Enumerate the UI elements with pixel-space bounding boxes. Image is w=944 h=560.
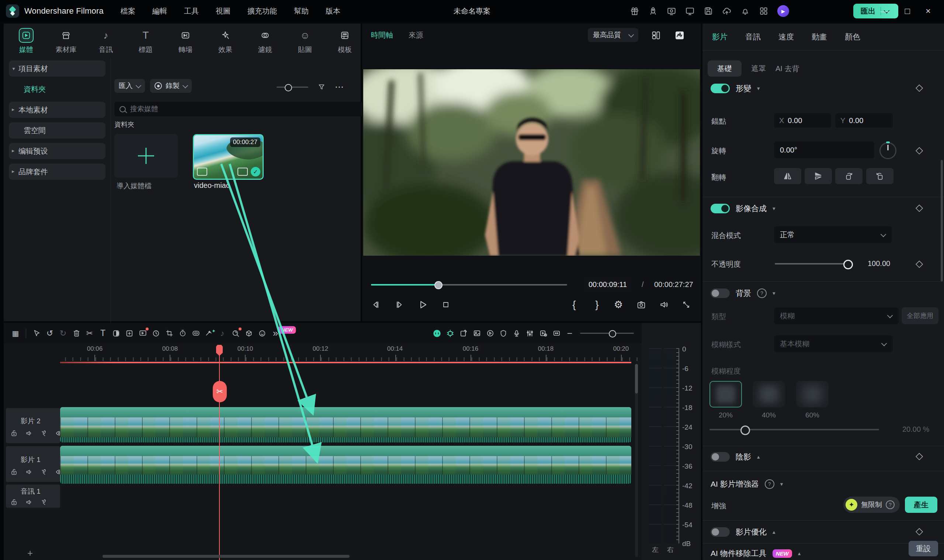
add-text-icon[interactable]: T — [96, 327, 110, 340]
playback-settings-button[interactable]: ⚙ — [613, 299, 624, 310]
undo-icon[interactable]: ↺ — [43, 327, 56, 340]
tab-templates[interactable]: 模板 — [331, 28, 358, 57]
compositing-keyframe-icon[interactable]: ◇ — [916, 202, 923, 213]
export-frame-icon[interactable] — [470, 327, 483, 340]
seek-knob[interactable] — [434, 281, 443, 289]
flip-horizontal-button[interactable] — [774, 168, 801, 184]
lock-icon[interactable] — [9, 429, 19, 438]
preview-seek-bar[interactable] — [371, 284, 567, 286]
tab-audio-props[interactable]: 音訊 — [745, 32, 761, 42]
tab-animation[interactable]: 動畫 — [811, 32, 827, 42]
mute-icon[interactable] — [25, 429, 34, 438]
menu-view[interactable]: 視圖 — [216, 6, 230, 16]
more-options-icon[interactable]: ⋯ — [335, 82, 344, 92]
opacity-knob[interactable] — [843, 260, 853, 269]
video2-clip-waveform[interactable] — [60, 437, 631, 443]
cloud-backup-icon[interactable] — [722, 6, 732, 16]
sidebar-item-project-assets[interactable]: ▾ 項目素材 — [9, 60, 105, 77]
record-button[interactable]: 錄製 — [150, 79, 192, 93]
flip-vertical-button[interactable] — [805, 168, 832, 184]
tab-video[interactable]: 影片 — [712, 32, 728, 42]
tab-transitions[interactable]: 轉場 — [172, 28, 199, 57]
menu-edit[interactable]: 編輯 — [152, 6, 167, 16]
track-header-audio1[interactable]: 音訊 1 — [6, 485, 60, 508]
gift-icon[interactable] — [630, 6, 639, 16]
timeline-horizontal-scrollbar[interactable] — [102, 555, 350, 558]
plugin-box-icon[interactable] — [242, 327, 256, 340]
track-header-video1[interactable]: 影片 1 — [6, 446, 60, 482]
video-scopes-icon[interactable] — [674, 30, 685, 40]
unlimited-credit-pill[interactable]: ✦ 無限制 ? — [843, 497, 900, 513]
transform-toggle[interactable] — [711, 84, 730, 93]
unlimited-help-icon[interactable]: ? — [886, 500, 895, 509]
voice-enhance-icon[interactable] — [40, 429, 49, 438]
fullscreen-button[interactable] — [681, 299, 692, 310]
subtab-basic[interactable]: 基礎 — [708, 60, 742, 77]
delete-icon[interactable] — [70, 327, 83, 340]
anchor-x-input[interactable]: X 0.00 — [774, 113, 831, 128]
background-help-icon[interactable]: ? — [757, 288, 767, 298]
tab-timeline-preview[interactable]: 時間軸 — [371, 30, 393, 40]
user-avatar[interactable]: ▶ — [777, 5, 789, 17]
tab-audio[interactable]: ♪ 音訊 — [92, 28, 119, 57]
opacity-slider[interactable] — [775, 263, 850, 265]
caret-down-icon[interactable]: ▾ — [773, 205, 776, 212]
tab-titles[interactable]: T 標題 — [132, 28, 159, 57]
tab-color[interactable]: 顏色 — [845, 32, 860, 42]
media-search-input[interactable]: 搜索媒體 — [114, 102, 363, 117]
subtab-ai-cutout[interactable]: AI 去背 — [776, 64, 799, 74]
blur-amount-knob[interactable] — [740, 426, 750, 435]
tab-effects[interactable]: 效果 — [212, 28, 239, 57]
background-toggle[interactable] — [711, 288, 730, 298]
sidebar-item-cloud-space[interactable]: 雲空間 — [9, 122, 105, 138]
timeline-ruler[interactable]: 00:06 00:08 00:10 00:12 00:14 00:16 00:1… — [60, 345, 639, 361]
blur-amount-slider[interactable] — [710, 429, 879, 430]
timeline-vertical-scrollbar[interactable] — [635, 364, 638, 557]
playhead-split-button[interactable]: ✂ — [213, 381, 227, 402]
razor-split-icon[interactable] — [444, 327, 457, 340]
caret-down-icon[interactable]: ▾ — [773, 290, 776, 297]
sidebar-item-folder[interactable]: 資料夾 — [9, 81, 105, 97]
generate-button[interactable]: 產生 — [905, 497, 937, 513]
beat-detect-icon[interactable]: ♪ — [216, 327, 229, 340]
tab-stock-media[interactable]: 素材庫 — [52, 28, 80, 57]
select-tool-icon[interactable] — [30, 327, 43, 340]
tab-media[interactable]: 媒體 — [12, 28, 40, 57]
maximize-button[interactable]: □ — [905, 6, 910, 16]
redo-icon[interactable]: ↻ — [56, 327, 70, 340]
sidebar-item-edit-presets[interactable]: ▴ 编辑预设 — [9, 143, 105, 159]
lock-icon[interactable] — [9, 468, 19, 476]
snapshot-button[interactable] — [636, 299, 647, 310]
keyframe-tool-icon[interactable]: ✦ — [202, 327, 216, 340]
screen-record-tool-icon[interactable] — [136, 327, 150, 340]
more-tools-icon[interactable]: » — [269, 327, 282, 340]
zoom-out-icon[interactable]: − — [563, 327, 576, 340]
playback-quality-dropdown[interactable]: 最高品質 — [588, 28, 638, 42]
crop-tool-icon[interactable] — [163, 327, 176, 340]
add-track-button[interactable]: + — [27, 548, 33, 559]
video2-clip-title-band[interactable] — [60, 407, 631, 417]
tab-filters[interactable]: 濾鏡 — [251, 28, 279, 57]
tab-source-preview[interactable]: 來源 — [409, 30, 423, 40]
audio-mixer-icon[interactable] — [523, 327, 537, 340]
menu-tools[interactable]: 工具 — [184, 6, 199, 16]
caret-up-icon[interactable]: ▴ — [773, 529, 776, 535]
menu-extensions[interactable]: 擴充功能 — [247, 6, 277, 16]
shield-mark-icon[interactable] — [497, 327, 510, 340]
timeline-zoom-slider[interactable] — [580, 333, 634, 334]
ai-enhancer-help-icon[interactable]: ? — [765, 479, 774, 489]
clip-speed-icon[interactable] — [537, 327, 550, 340]
lock-icon[interactable] — [9, 498, 19, 506]
video-optimize-toggle[interactable] — [711, 527, 730, 537]
previous-frame-button[interactable] — [370, 299, 381, 310]
video2-clip-filmstrip[interactable] — [60, 417, 631, 437]
display-icon[interactable] — [685, 6, 695, 16]
caret-up-icon[interactable]: ▴ — [757, 454, 760, 460]
toolbox-grid-icon[interactable]: ▦ — [9, 327, 22, 340]
shadow-keyframe-icon[interactable]: ◇ — [916, 450, 923, 462]
compositing-toggle[interactable] — [711, 204, 730, 213]
preview-video-frame[interactable] — [363, 69, 700, 256]
mute-icon[interactable] — [25, 468, 34, 476]
voice-enhance-icon[interactable] — [40, 498, 49, 506]
media-clip-thumbnail[interactable]: 00:00:27 ✓ — [193, 134, 264, 180]
